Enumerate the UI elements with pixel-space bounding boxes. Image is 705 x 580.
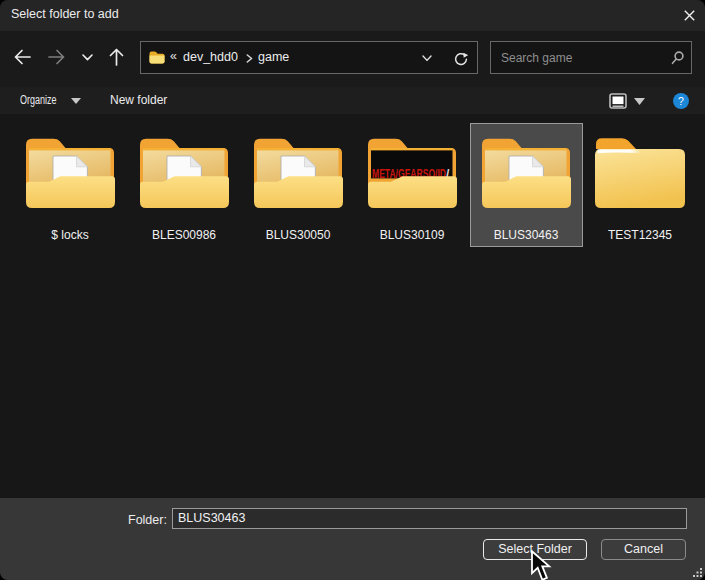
svg-text:?: ? [678,95,684,107]
